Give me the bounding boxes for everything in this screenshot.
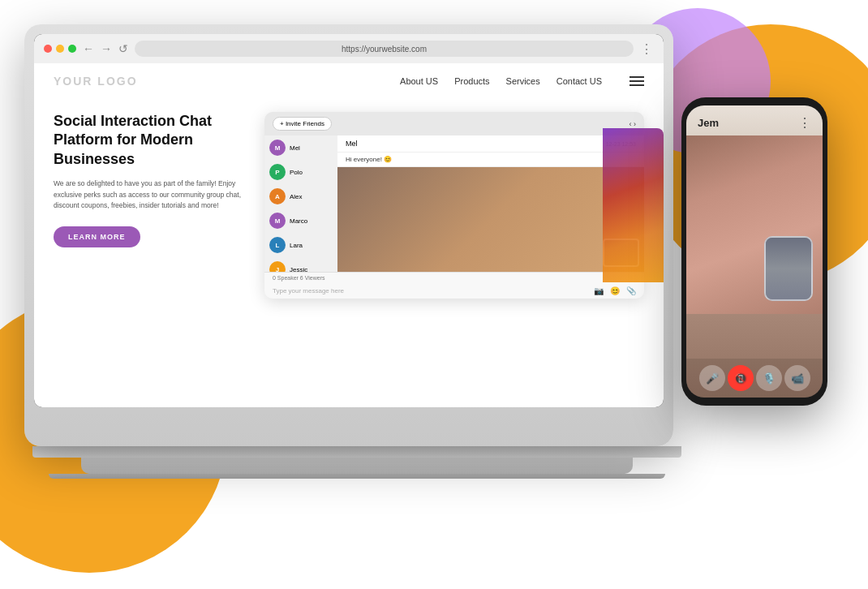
phone-video-area <box>686 135 823 314</box>
avatar-alex: A <box>269 188 286 204</box>
phone-call-header: Jem ⋮ <box>686 105 823 135</box>
username-jessica: Jessic <box>290 266 307 273</box>
dot-close[interactable] <box>44 45 52 53</box>
forward-button[interactable]: → <box>101 42 112 55</box>
end-call-button[interactable]: 📵 <box>728 365 754 391</box>
browser-nav: ← → ↺ <box>83 42 128 55</box>
main-container: ← → ↺ https://yourwebsite.com ⋮ YOUR LOG… <box>0 0 868 589</box>
video-button[interactable]: 📹 <box>784 365 810 391</box>
phone-small-video <box>764 236 813 301</box>
chat-user-marco[interactable]: M Marco <box>264 209 337 233</box>
chat-input-icons: 📷 😊 📎 <box>594 286 636 295</box>
chat-main: Mel 12-23 12:53 Hi everyone! 😊 <box>337 135 644 272</box>
username-marco: Marco <box>290 217 307 225</box>
laptop-base <box>81 458 633 474</box>
nav-item-services[interactable]: Services <box>506 76 540 86</box>
website-nav: YOUR LOGO About US Products Services Con… <box>34 63 664 99</box>
hero-text: Social Interaction Chat Platform for Mod… <box>54 112 248 299</box>
laptop-wrapper: ← → ↺ https://yourwebsite.com ⋮ YOUR LOG… <box>24 24 690 544</box>
username-mel: Mel <box>290 144 300 152</box>
mic-button[interactable]: 🎙️ <box>756 365 782 391</box>
invite-friends-button[interactable]: + Invite Friends <box>273 117 332 131</box>
avatar-mel: M <box>269 140 286 156</box>
chat-user-polo[interactable]: P Polo <box>264 160 337 184</box>
phone-controls: 🎤 📵 🎙️ 📹 <box>686 359 823 398</box>
chat-input-placeholder[interactable]: Type your message here <box>273 287 589 294</box>
dot-minimize[interactable] <box>56 45 64 53</box>
chat-video-area <box>337 167 644 272</box>
chat-message-header: Mel 12-23 12:53 <box>337 135 644 153</box>
phone-contact-name: Jem <box>698 117 719 129</box>
chat-footer-status: 0 Speaker 6 Viewers <box>264 273 644 283</box>
phone-outer: Jem ⋮ 🎤 📵 🎙️ 📹 <box>681 97 827 406</box>
chat-user-jessica[interactable]: J Jessic <box>264 257 337 272</box>
website-nav-links: About US Products Services Contact US <box>400 76 644 86</box>
website-logo: YOUR LOGO <box>54 75 400 88</box>
chat-user-mel[interactable]: M Mel <box>264 135 337 160</box>
browser-chrome: ← → ↺ https://yourwebsite.com ⋮ <box>34 34 664 63</box>
browser-menu-button[interactable]: ⋮ <box>640 41 654 57</box>
mute-button[interactable]: 🎤 <box>699 365 725 391</box>
avatar-jessica: J <box>269 261 286 272</box>
avatar-lara: L <box>269 237 286 253</box>
chat-footer: 0 Speaker 6 Viewers Type your message he… <box>264 272 644 299</box>
phone-small-video-inner <box>766 238 811 299</box>
url-text: https://yourwebsite.com <box>342 45 427 54</box>
laptop-base-wrapper <box>24 446 690 458</box>
nav-item-products[interactable]: Products <box>454 76 489 86</box>
laptop-foot-wrapper <box>24 474 690 479</box>
phone-call-background: Jem ⋮ 🎤 📵 🎙️ 📹 <box>686 105 823 398</box>
nav-item-contact[interactable]: Contact US <box>556 76 602 86</box>
header-nav-icon[interactable]: ‹ › <box>630 120 637 128</box>
browser-dots <box>44 45 76 53</box>
emoji-icon[interactable]: 😊 <box>610 286 620 295</box>
hero-description: We are so delighted to have you as part … <box>54 178 248 212</box>
hamburger-menu[interactable] <box>630 76 644 86</box>
laptop-decoration <box>603 128 664 282</box>
laptop-bezel: ← → ↺ https://yourwebsite.com ⋮ YOUR LOG… <box>34 34 664 407</box>
avatar-marco: M <box>269 213 286 229</box>
website-hero: Social Interaction Chat Platform for Mod… <box>34 99 664 299</box>
username-polo: Polo <box>290 169 303 176</box>
chat-app-header: + Invite Friends ‹ › <box>264 112 644 135</box>
active-user-name: Mel <box>346 140 358 148</box>
phone-screen: Jem ⋮ 🎤 📵 🎙️ 📹 <box>686 105 823 398</box>
phone-wrapper: Jem ⋮ 🎤 📵 🎙️ 📹 <box>681 97 844 422</box>
hero-title: Social Interaction Chat Platform for Mod… <box>54 112 248 169</box>
laptop-foot <box>49 474 665 479</box>
video-main-feed <box>337 167 644 272</box>
username-alex: Alex <box>290 193 303 200</box>
phone-menu-icon[interactable]: ⋮ <box>798 115 811 131</box>
laptop-outer: ← → ↺ https://yourwebsite.com ⋮ YOUR LOG… <box>24 24 673 446</box>
chat-input-area: Type your message here 📷 😊 📎 <box>264 283 644 299</box>
chat-message-text: Hi everyone! 😊 <box>337 153 644 167</box>
chat-sidebar: M Mel P Polo A Alex <box>264 135 337 272</box>
back-button[interactable]: ← <box>83 42 94 55</box>
website-content: YOUR LOGO About US Products Services Con… <box>34 63 664 407</box>
chat-user-alex[interactable]: A Alex <box>264 184 337 209</box>
viewer-count: 0 Speaker 6 Viewers <box>273 275 324 281</box>
learn-more-button[interactable]: LEARN MORE <box>54 226 140 247</box>
username-lara: Lara <box>290 242 303 249</box>
chat-app-body: M Mel P Polo A Alex <box>264 135 644 272</box>
avatar-polo: P <box>269 164 286 180</box>
chat-app-mockup: + Invite Friends ‹ › M Mel <box>264 112 644 299</box>
url-bar[interactable]: https://yourwebsite.com <box>135 41 634 57</box>
camera-icon[interactable]: 📷 <box>594 286 604 295</box>
dot-maximize[interactable] <box>68 45 76 53</box>
refresh-button[interactable]: ↺ <box>118 42 128 55</box>
laptop-hinge <box>32 446 681 458</box>
laptop-base-wrapper-2 <box>24 458 690 474</box>
attach-icon[interactable]: 📎 <box>626 286 636 295</box>
chat-user-lara[interactable]: L Lara <box>264 233 337 257</box>
nav-item-about[interactable]: About US <box>400 76 438 86</box>
